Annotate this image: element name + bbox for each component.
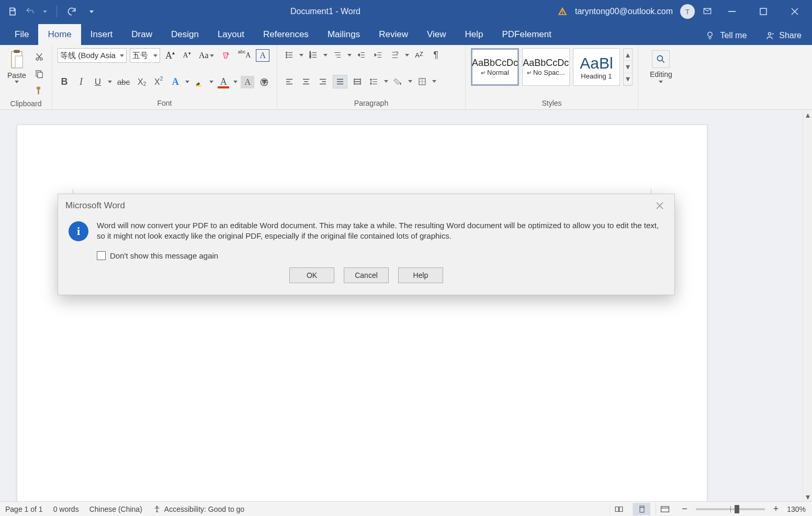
- clear-formatting-icon[interactable]: [219, 49, 233, 62]
- vertical-scrollbar[interactable]: ▴ ▾: [803, 110, 812, 501]
- ribbon-display-options-icon[interactable]: [702, 6, 713, 17]
- character-shading-icon[interactable]: A: [241, 76, 254, 88]
- repeat-icon[interactable]: [66, 6, 77, 17]
- minimize-button[interactable]: [720, 0, 744, 23]
- decrease-indent-icon[interactable]: [355, 48, 368, 62]
- underline-dropdown-icon[interactable]: [108, 81, 112, 83]
- font-name-combo[interactable]: 等线 (Body Asia: [58, 48, 127, 63]
- style-heading-1[interactable]: AaBl Heading 1: [573, 48, 621, 86]
- strikethrough-icon[interactable]: abc: [115, 75, 132, 89]
- sort-icon[interactable]: AZ: [412, 48, 426, 62]
- zoom-slider[interactable]: [696, 508, 765, 510]
- text-effects-icon[interactable]: A: [168, 75, 182, 89]
- format-painter-icon[interactable]: [32, 84, 46, 97]
- tab-home[interactable]: Home: [38, 24, 81, 45]
- character-border-icon[interactable]: A: [256, 49, 269, 62]
- show-marks-icon[interactable]: ¶: [429, 48, 443, 62]
- undo-icon[interactable]: [25, 6, 36, 17]
- tab-insert[interactable]: Insert: [81, 24, 122, 45]
- bullets-dropdown-icon[interactable]: [299, 54, 303, 57]
- tab-view[interactable]: View: [418, 24, 456, 45]
- zoom-thumb[interactable]: [735, 505, 739, 513]
- distributed-icon[interactable]: [351, 75, 364, 88]
- save-icon[interactable]: [7, 6, 18, 17]
- phonetic-guide-icon[interactable]: abcA: [236, 49, 253, 62]
- dialog-close-button[interactable]: [652, 199, 667, 212]
- editing-dropdown-icon[interactable]: [659, 81, 663, 83]
- shading-icon[interactable]: [391, 75, 405, 88]
- status-page[interactable]: Page 1 of 1: [5, 505, 43, 513]
- scroll-down-icon[interactable]: ▾: [803, 492, 812, 501]
- account-avatar[interactable]: T: [680, 4, 695, 19]
- tab-draw[interactable]: Draw: [122, 24, 162, 45]
- align-left-icon[interactable]: [283, 75, 296, 88]
- italic-icon[interactable]: I: [74, 75, 88, 89]
- shading-dropdown-icon[interactable]: [408, 80, 412, 83]
- asian-layout-dropdown-icon[interactable]: [405, 54, 409, 57]
- borders-icon[interactable]: [415, 75, 429, 88]
- style-no-spacing[interactable]: AaBbCcDc ↵ No Spac...: [522, 48, 570, 86]
- numbering-dropdown-icon[interactable]: [323, 54, 328, 57]
- bold-icon[interactable]: B: [58, 75, 71, 89]
- superscript-icon[interactable]: X2: [152, 75, 165, 89]
- increase-indent-icon[interactable]: [371, 48, 385, 62]
- shrink-font-icon[interactable]: A▾: [180, 49, 194, 62]
- enclose-characters-icon[interactable]: 字: [257, 75, 271, 89]
- maximize-button[interactable]: [751, 0, 775, 23]
- tab-pdfelement[interactable]: PDFelement: [493, 24, 561, 45]
- multilevel-list-icon[interactable]: [331, 48, 344, 62]
- tab-help[interactable]: Help: [456, 24, 493, 45]
- font-color-icon[interactable]: A: [217, 75, 230, 89]
- document-page[interactable]: [17, 125, 707, 501]
- font-color-dropdown-icon[interactable]: [233, 81, 238, 83]
- qat-customize-icon[interactable]: [89, 10, 94, 13]
- borders-dropdown-icon[interactable]: [432, 80, 436, 83]
- styles-scroll-up-icon[interactable]: ▴: [624, 49, 632, 61]
- line-spacing-dropdown-icon[interactable]: [384, 80, 388, 83]
- styles-more-icon[interactable]: ▾: [624, 73, 632, 85]
- change-case-icon[interactable]: Aa: [197, 49, 216, 62]
- asian-layout-icon[interactable]: [388, 48, 402, 62]
- status-accessibility[interactable]: Accessibility: Good to go: [153, 505, 244, 513]
- style-normal[interactable]: AaBbCcDc ↵ Normal: [471, 48, 519, 86]
- line-spacing-icon[interactable]: [367, 75, 381, 88]
- tab-references[interactable]: References: [254, 24, 318, 45]
- bullets-icon[interactable]: [283, 48, 296, 62]
- tab-mailings[interactable]: Mailings: [318, 24, 369, 45]
- tab-design[interactable]: Design: [162, 24, 208, 45]
- undo-dropdown-icon[interactable]: [43, 10, 47, 13]
- highlight-dropdown-icon[interactable]: [209, 81, 213, 83]
- ok-button[interactable]: OK: [289, 267, 334, 283]
- help-button[interactable]: Help: [398, 267, 443, 283]
- zoom-out-button[interactable]: −: [679, 503, 691, 514]
- multilevel-dropdown-icon[interactable]: [347, 54, 352, 57]
- tab-file[interactable]: File: [5, 24, 38, 45]
- status-language[interactable]: Chinese (China): [89, 505, 142, 513]
- print-layout-icon[interactable]: [633, 503, 650, 515]
- align-center-icon[interactable]: [299, 75, 313, 88]
- status-word-count[interactable]: 0 words: [53, 505, 79, 513]
- read-mode-icon[interactable]: [610, 503, 627, 515]
- tab-review[interactable]: Review: [369, 24, 418, 45]
- numbering-icon[interactable]: 123: [307, 48, 320, 62]
- warning-icon[interactable]: [557, 6, 568, 17]
- close-button[interactable]: [783, 0, 807, 23]
- web-layout-icon[interactable]: [656, 503, 673, 515]
- font-size-combo[interactable]: 五号: [130, 48, 160, 63]
- styles-scroll-down-icon[interactable]: ▾: [624, 61, 632, 73]
- cancel-button[interactable]: Cancel: [344, 267, 389, 283]
- zoom-in-button[interactable]: +: [770, 503, 782, 514]
- justify-icon[interactable]: [333, 75, 347, 88]
- copy-icon[interactable]: [32, 67, 46, 81]
- align-right-icon[interactable]: [316, 75, 330, 88]
- paste-dropdown-icon[interactable]: [15, 81, 19, 83]
- tab-layout[interactable]: Layout: [208, 24, 254, 45]
- find-icon[interactable]: [652, 50, 670, 68]
- share-button[interactable]: Share: [754, 30, 812, 45]
- highlight-icon[interactable]: [193, 75, 206, 89]
- tell-me[interactable]: Tell me: [697, 30, 754, 45]
- account-email[interactable]: taryntong00@outlook.com: [575, 7, 673, 16]
- grow-font-icon[interactable]: A▴: [163, 49, 177, 62]
- checkbox-box[interactable]: [97, 251, 106, 260]
- cut-icon[interactable]: [32, 50, 46, 64]
